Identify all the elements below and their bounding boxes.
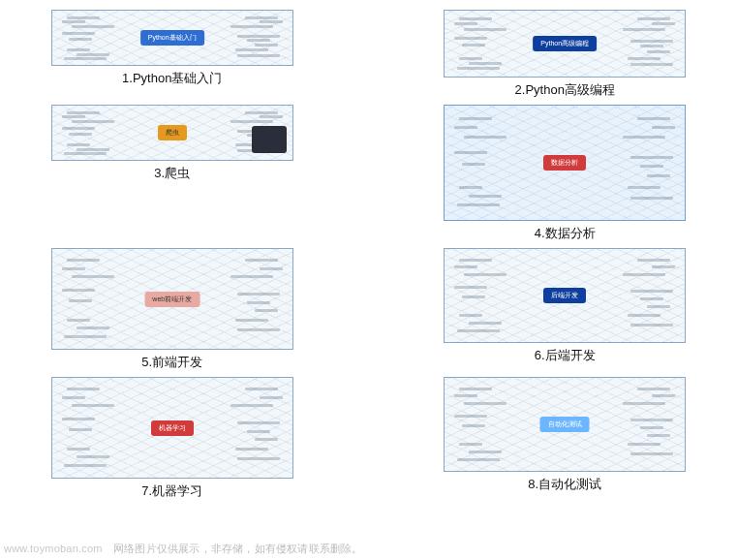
- thumbnail-cell[interactable]: Python高级编程2.Python高级编程: [422, 10, 709, 99]
- thumbnail-cell[interactable]: 爬虫3.爬虫: [29, 105, 316, 242]
- mindmap-center-node: web前端开发: [144, 292, 200, 307]
- mindmap-thumbnail[interactable]: 自动化测试: [444, 377, 686, 472]
- thumbnail-caption: 6.后端开发: [535, 347, 596, 364]
- thumbnail-grid: Python基础入门1.Python基础入门Python高级编程2.Python…: [0, 0, 737, 500]
- thumbnail-cell[interactable]: 数据分析4.数据分析: [422, 105, 709, 242]
- thumbnail-caption: 1.Python基础入门: [122, 70, 222, 87]
- mindmap-thumbnail[interactable]: 后端开发: [444, 248, 686, 343]
- mindmap-thumbnail[interactable]: Python基础入门: [51, 10, 293, 66]
- footer-site: www.toymoban.com: [4, 543, 103, 554]
- mindmap-thumbnail[interactable]: 爬虫: [51, 105, 293, 161]
- mindmap-center-node: 自动化测试: [540, 417, 590, 432]
- mindmap-center-node: 机器学习: [151, 420, 194, 436]
- footer-text: 网络图片仅供展示，非存储，如有侵权请联系删除。: [113, 543, 363, 554]
- footer-disclaimer: www.toymoban.com 网络图片仅供展示，非存储，如有侵权请联系删除。: [0, 542, 363, 556]
- thumbnail-caption: 8.自动化测试: [528, 476, 601, 493]
- thumbnail-cell[interactable]: web前端开发5.前端开发: [29, 248, 316, 371]
- thumbnail-caption: 3.爬虫: [154, 165, 190, 182]
- mindmap-thumbnail[interactable]: 数据分析: [444, 105, 686, 221]
- thumbnail-cell[interactable]: 后端开发6.后端开发: [422, 248, 709, 371]
- thumbnail-cell[interactable]: 自动化测试8.自动化测试: [422, 377, 709, 500]
- mindmap-center-node: Python基础入门: [140, 30, 204, 46]
- mindmap-center-node: 爬虫: [158, 125, 187, 140]
- thumbnail-caption: 5.前端开发: [141, 354, 202, 371]
- thumbnail-caption: 4.数据分析: [535, 225, 596, 242]
- mindmap-center-node: 数据分析: [543, 155, 586, 171]
- thumbnail-cell[interactable]: 机器学习7.机器学习: [29, 377, 316, 500]
- thumbnail-caption: 7.机器学习: [141, 482, 202, 500]
- thumbnail-cell[interactable]: Python基础入门1.Python基础入门: [29, 10, 316, 99]
- mindmap-thumbnail[interactable]: Python高级编程: [444, 10, 686, 78]
- dark-block-decor: [252, 126, 287, 153]
- mindmap-thumbnail[interactable]: 机器学习: [51, 377, 293, 479]
- thumbnail-caption: 2.Python高级编程: [515, 81, 615, 99]
- mindmap-center-node: Python高级编程: [533, 36, 597, 51]
- mindmap-thumbnail[interactable]: web前端开发: [51, 248, 293, 350]
- mindmap-center-node: 后端开发: [543, 288, 586, 303]
